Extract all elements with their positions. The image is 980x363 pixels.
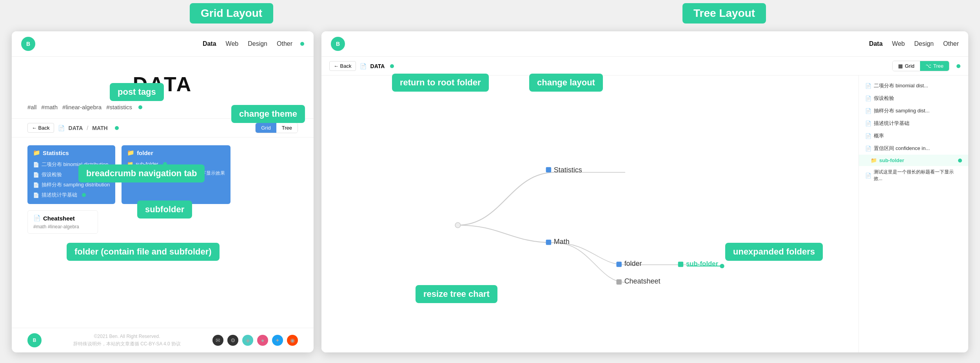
tree-top-nav: B Data Web Design Other [321,31,968,57]
tree-grid-btn[interactable]: ▦ Grid [893,61,920,71]
folder2-name: folder [137,150,153,156]
return-root-dot [390,64,394,68]
folder-icon-2: 📁 [127,149,134,156]
nav-design[interactable]: Design [248,40,267,47]
stats-item-4[interactable]: 📄 描述统计学基础 [33,190,110,200]
sidebar-item-4[interactable]: 📄 描述统计学基础 [859,117,968,130]
folder2-title: 📁 folder [127,149,225,156]
svg-rect-3 [616,279,621,284]
tag-math[interactable]: #math [41,104,58,110]
nav-data[interactable]: Data [203,40,216,47]
annotation-change-theme: change theme [231,105,305,123]
folder-icon-stats: 📁 [33,149,40,156]
tag-all[interactable]: #all [27,104,36,110]
annotation-folder-contain: folder (contain file and subfolder) [67,243,220,261]
sidebar-item-8[interactable]: 📄 测试这里是一个很长的标题看一下显示效... [859,166,968,185]
grid-layout-window: B Data Web Design Other DATA #all #math … [12,31,314,352]
file-icon-4: 📄 [33,192,39,198]
sidebar-item-1[interactable]: 📄 二项分布 binomial dist... [859,79,968,92]
sidebar-icon-3: 📄 [865,108,871,114]
nav-web[interactable]: Web [226,40,239,47]
cheatsheet-tags: #math #linear-algebra [33,224,92,229]
grid-toggle-btn[interactable]: Grid [256,123,276,133]
tree-main-content: Statistics Math folder Cheatsheet sub-fo… [321,76,968,352]
footer-logo: B [27,333,42,347]
footer-center: ©2021 Ben. All Right Reserved. 辞特殊说明外，本站… [42,333,212,348]
tree-nav-other[interactable]: Other [943,40,959,47]
grid-nav-links: Data Web Design Other [203,40,292,47]
breadcrumb-sep1: / [87,125,88,131]
grid-footer: B ©2021 Ben. All Right Reserved. 辞特殊说明外，… [12,328,314,352]
sidebar-item-6[interactable]: 📄 置信区间 confidence in... [859,142,968,155]
stats-folder-name: Statistics [43,150,69,156]
annotation-breadcrumb: breadcrumb navigation tab [78,164,205,182]
tree-back-button[interactable]: ← Back [329,61,356,71]
tree-node-statistics: Statistics [554,166,582,174]
tag-stats[interactable]: #statistics [106,104,132,110]
tree-nav-design[interactable]: Design [914,40,934,47]
sidebar-icon-5: 📄 [865,133,871,139]
tree-svg: Statistics Math folder Cheatsheet sub-fo… [321,76,858,352]
tree-nav-web[interactable]: Web [892,40,905,47]
breadcrumb-data: DATA [69,125,83,131]
grid-logo: B [21,37,35,51]
file-icon-3: 📄 [33,182,39,188]
tree-layout-toggle: ▦ Grid ⌥ Tree [892,61,949,71]
sidebar-subfolder-item[interactable]: 📁 sub-folder [859,155,968,166]
sidebar-icon-4: 📄 [865,121,871,126]
change-layout-dot [956,64,960,68]
sidebar-item-2[interactable]: 📄 假设检验 [859,92,968,105]
icon-email[interactable]: ✉ [212,335,223,346]
nav-other[interactable]: Other [277,40,292,47]
statistics-folder-title: 📁 Statistics [33,149,110,156]
tree-node-cheatsheet: Cheatsheet [624,277,661,285]
svg-rect-0 [546,167,551,172]
file-icon-2: 📄 [33,172,39,178]
back-button[interactable]: ← Back [27,123,54,133]
annotation-post-tags: post tags [110,83,164,101]
tree-layout-label: Tree Layout [682,3,766,23]
footer-copy: ©2021 Ben. All Right Reserved. [42,333,212,340]
breadcrumb-dot [115,126,119,130]
sidebar-icon-6: 📄 [865,146,871,152]
icon-github[interactable]: ⚙ [227,335,238,346]
tree-logo: B [331,37,345,51]
sidebar-icon-8: 📄 [865,173,871,179]
annotation-resize-tree: resize tree chart [416,285,497,303]
unexpanded-dot [958,159,962,163]
tree-tree-btn[interactable]: ⌥ Tree [920,61,949,71]
svg-rect-4 [678,262,683,267]
sidebar-icon-1: 📄 [865,83,871,89]
sidebar-item-3[interactable]: 📄 抽样分布 sampling dist... [859,105,968,117]
layout-toggle: Grid Tree [255,123,298,133]
annotation-unexpanded: unexpanded folders [725,243,823,261]
grid-top-nav: B Data Web Design Other [12,31,314,57]
annotation-return-root: return to root folder [392,74,489,92]
file-icon-1: 📄 [33,162,39,168]
cheatsheet-title: 📄 Cheatsheet [33,215,92,222]
tag-linear[interactable]: #linear-algebra [62,104,102,110]
tree-node-folder: folder [624,260,642,267]
sidebar-subfolder-icon: 📁 [871,157,877,163]
tree-nav-data[interactable]: Data [869,40,883,47]
tree-node-subfolder: sub-folder [686,260,719,267]
sidebar-item-5[interactable]: 📄 概率 [859,130,968,142]
footer-icons: ✉ ⚙ ◈ ● ✦ ◉ [212,335,298,346]
tree-sidebar: 📄 二项分布 binomial dist... 📄 假设检验 📄 抽样分布 sa… [858,76,968,352]
folder-contain-dot [82,193,86,197]
footer-license: 辞特殊说明外，本站的文章遵循 CC-BY-SA 4.0 协议 [42,340,212,348]
grid-content-area: 📁 Statistics 📄 二项分布 binomial distributio… [12,137,314,242]
grid-layout-label: Grid Layout [190,3,273,23]
icon-dribbble[interactable]: ● [257,335,268,346]
theme-toggle-dot[interactable] [300,42,304,46]
svg-rect-2 [616,262,621,267]
icon-twitter[interactable]: ✦ [272,335,283,346]
annotation-subfolder: subfolder [137,200,192,219]
icon-reddit[interactable]: ◉ [287,335,298,346]
tree-chart-area[interactable]: Statistics Math folder Cheatsheet sub-fo… [321,76,858,352]
tags-dot [138,105,142,109]
icon-codepen[interactable]: ◈ [242,335,253,346]
tree-toggle-btn[interactable]: Tree [276,123,298,133]
svg-point-8 [455,222,460,228]
cheatsheet-file[interactable]: 📄 Cheatsheet #math #linear-algebra [27,210,98,234]
